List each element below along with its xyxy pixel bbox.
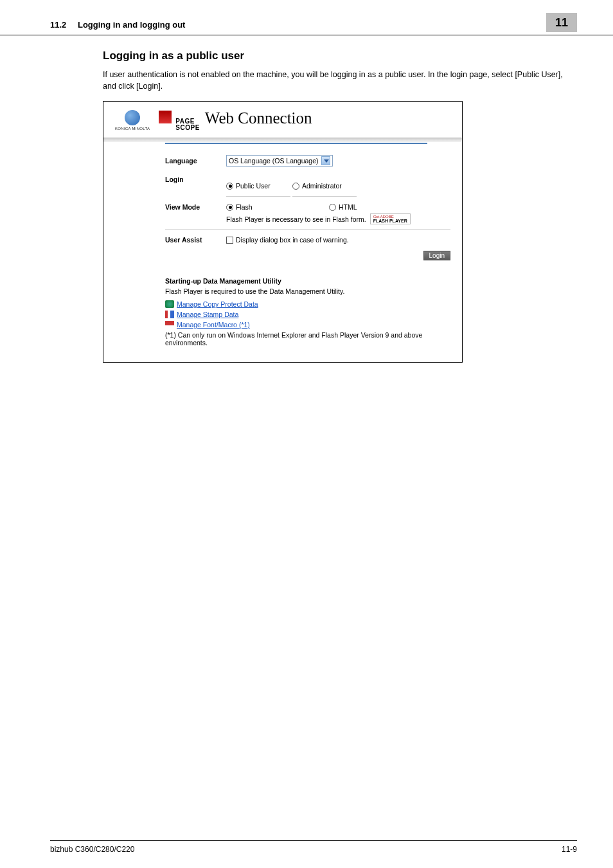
radio-admin-label: Administrator [302,182,342,190]
link-copy-protect[interactable]: Manage Copy Protect Data [165,300,450,308]
user-assist-text: Display dialog box in case of warning. [236,236,349,244]
screenshot-panel: KONICA MINOLTA PAGE SCOPE Web Connection… [103,101,463,363]
radio-icon [226,204,233,211]
font-macro-icon [165,321,174,329]
radio-icon [292,183,299,190]
login-button[interactable]: Login [423,251,450,260]
flash-note: Flash Player is necessary to see in Flas… [226,215,366,223]
link-stamp-data[interactable]: Manage Stamp Data [165,311,450,318]
login-label: Login [165,176,226,183]
adobe-bot: FLASH PLAYER [373,219,407,223]
stamp-icon [165,311,174,318]
pagescope-logo: PAGE SCOPE Web Connection [159,109,312,131]
language-select[interactable]: OS Language (OS Language) [226,155,333,167]
web-connection-title: Web Connection [205,109,312,127]
radio-administrator[interactable]: Administrator [292,176,357,197]
view-mode-label: View Mode [165,203,226,211]
checkbox-icon [226,237,233,244]
konica-minolta-logo: KONICA MINOLTA [115,110,150,131]
user-assist-checkbox[interactable]: Display dialog box in case of warning. [226,236,349,244]
link-copy-protect-label: Manage Copy Protect Data [177,300,258,308]
radio-icon [226,183,233,190]
subheading: Logging in as a public user [103,50,563,62]
pagescope-icon [159,111,172,123]
globe-icon [125,110,140,125]
intro-paragraph: If user authentication is not enabled on… [103,69,563,92]
running-header: 11.2 Logging in and logging out [50,20,185,32]
copy-protect-icon [165,300,174,308]
radio-flash-label: Flash [236,203,253,211]
link-stamp-label: Manage Stamp Data [177,311,238,318]
chevron-down-icon [321,156,330,165]
language-label: Language [165,157,226,165]
divider [103,138,462,141]
utility-desc: Flash Player is required to use the Data… [165,287,450,295]
radio-flash[interactable]: Flash [226,203,290,211]
radio-public-label: Public User [236,182,271,190]
chapter-badge: 11 [546,13,577,32]
user-assist-label: User Assist [165,236,226,244]
section-title: Logging in and logging out [78,20,186,30]
link-font-macro-label: Manage Font/Macro (*1) [177,321,250,329]
section-number: 11.2 [50,20,66,30]
adobe-flash-badge[interactable]: Get ADOBE FLASH PLAYER [370,213,411,224]
radio-icon [329,204,336,211]
utility-title: Starting-up Data Management Utility [165,277,450,285]
footer-page-number: 11-9 [562,845,577,854]
brand-text: KONICA MINOLTA [115,127,150,131]
radio-html-label: HTML [339,203,357,211]
utility-note: (*1) Can only run on Windows Internet Ex… [165,331,450,347]
radio-public-user[interactable]: Public User [226,180,290,197]
footer-model: bizhub C360/C280/C220 [50,845,134,854]
radio-html[interactable]: HTML [329,203,393,211]
link-font-macro[interactable]: Manage Font/Macro (*1) [165,321,450,329]
pagescope-line2: SCOPE [175,125,200,131]
language-select-value: OS Language (OS Language) [229,157,319,165]
